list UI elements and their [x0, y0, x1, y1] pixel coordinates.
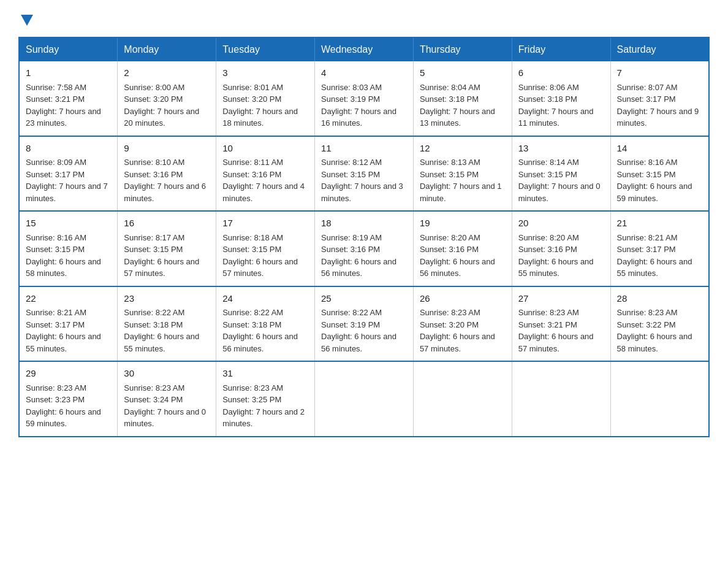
calendar-week-1: 1Sunrise: 7:58 AMSunset: 3:21 PMDaylight…: [19, 61, 709, 136]
page-header: [18, 12, 710, 26]
calendar-cell: 30Sunrise: 8:23 AMSunset: 3:24 PMDayligh…: [118, 361, 216, 437]
day-number: 21: [617, 216, 702, 231]
day-number: 18: [321, 216, 407, 231]
calendar-cell: 11Sunrise: 8:12 AMSunset: 3:15 PMDayligh…: [315, 136, 414, 212]
header-thursday: Thursday: [413, 37, 512, 61]
day-number: 16: [124, 216, 210, 231]
calendar-cell: 4Sunrise: 8:03 AMSunset: 3:19 PMDaylight…: [315, 61, 414, 136]
day-number: 29: [26, 367, 111, 381]
calendar-cell: 17Sunrise: 8:18 AMSunset: 3:15 PMDayligh…: [216, 211, 315, 286]
calendar-header-row: SundayMondayTuesdayWednesdayThursdayFrid…: [19, 37, 709, 61]
header-sunday: Sunday: [19, 37, 118, 61]
calendar-cell: 14Sunrise: 8:16 AMSunset: 3:15 PMDayligh…: [610, 136, 709, 212]
calendar-cell: [315, 361, 414, 437]
calendar-cell: 20Sunrise: 8:20 AMSunset: 3:16 PMDayligh…: [512, 211, 610, 286]
day-number: 30: [124, 367, 210, 381]
day-number: 8: [26, 142, 111, 156]
calendar-table: SundayMondayTuesdayWednesdayThursdayFrid…: [18, 37, 710, 437]
calendar-cell: 18Sunrise: 8:19 AMSunset: 3:16 PMDayligh…: [315, 211, 414, 286]
day-number: 11: [321, 142, 407, 156]
day-number: 7: [617, 66, 702, 80]
day-number: 26: [420, 292, 506, 306]
calendar-week-4: 22Sunrise: 8:21 AMSunset: 3:17 PMDayligh…: [19, 286, 709, 362]
calendar-cell: [413, 361, 512, 437]
day-number: 14: [617, 142, 702, 156]
calendar-cell: 31Sunrise: 8:23 AMSunset: 3:25 PMDayligh…: [216, 361, 315, 437]
calendar-cell: 25Sunrise: 8:22 AMSunset: 3:19 PMDayligh…: [315, 286, 414, 362]
day-number: 28: [617, 292, 702, 306]
calendar-cell: 3Sunrise: 8:01 AMSunset: 3:20 PMDaylight…: [216, 61, 315, 136]
calendar-week-3: 15Sunrise: 8:16 AMSunset: 3:15 PMDayligh…: [19, 211, 709, 286]
calendar-cell: 2Sunrise: 8:00 AMSunset: 3:20 PMDaylight…: [118, 61, 216, 136]
calendar-cell: 6Sunrise: 8:06 AMSunset: 3:18 PMDaylight…: [512, 61, 610, 136]
calendar-cell: 10Sunrise: 8:11 AMSunset: 3:16 PMDayligh…: [216, 136, 315, 212]
calendar-cell: 21Sunrise: 8:21 AMSunset: 3:17 PMDayligh…: [610, 211, 709, 286]
calendar-cell: 12Sunrise: 8:13 AMSunset: 3:15 PMDayligh…: [413, 136, 512, 212]
calendar-cell: 26Sunrise: 8:23 AMSunset: 3:20 PMDayligh…: [413, 286, 512, 362]
header-tuesday: Tuesday: [216, 37, 315, 61]
header-monday: Monday: [118, 37, 216, 61]
calendar-cell: 7Sunrise: 8:07 AMSunset: 3:17 PMDaylight…: [610, 61, 709, 136]
day-number: 9: [124, 142, 210, 156]
day-number: 23: [124, 292, 210, 306]
day-number: 3: [222, 66, 308, 80]
day-number: 31: [222, 367, 308, 381]
calendar-cell: 9Sunrise: 8:10 AMSunset: 3:16 PMDaylight…: [118, 136, 216, 212]
calendar-cell: 28Sunrise: 8:23 AMSunset: 3:22 PMDayligh…: [610, 286, 709, 362]
header-saturday: Saturday: [610, 37, 709, 61]
day-number: 10: [222, 142, 308, 156]
calendar-cell: 22Sunrise: 8:21 AMSunset: 3:17 PMDayligh…: [19, 286, 118, 362]
day-number: 15: [26, 216, 111, 231]
calendar-cell: 5Sunrise: 8:04 AMSunset: 3:18 PMDaylight…: [413, 61, 512, 136]
calendar-cell: [610, 361, 709, 437]
calendar-cell: 24Sunrise: 8:22 AMSunset: 3:18 PMDayligh…: [216, 286, 315, 362]
day-number: 19: [420, 216, 506, 231]
day-number: 13: [518, 142, 604, 156]
day-number: 6: [518, 66, 604, 80]
calendar-cell: 1Sunrise: 7:58 AMSunset: 3:21 PMDaylight…: [19, 61, 118, 136]
day-number: 1: [26, 66, 111, 80]
day-number: 17: [222, 216, 308, 231]
calendar-cell: 16Sunrise: 8:17 AMSunset: 3:15 PMDayligh…: [118, 211, 216, 286]
calendar-cell: 8Sunrise: 8:09 AMSunset: 3:17 PMDaylight…: [19, 136, 118, 212]
calendar-cell: 29Sunrise: 8:23 AMSunset: 3:23 PMDayligh…: [19, 361, 118, 437]
header-friday: Friday: [512, 37, 610, 61]
day-number: 24: [222, 292, 308, 306]
calendar-cell: 27Sunrise: 8:23 AMSunset: 3:21 PMDayligh…: [512, 286, 610, 362]
day-number: 20: [518, 216, 604, 231]
day-number: 22: [26, 292, 111, 306]
header-wednesday: Wednesday: [315, 37, 414, 61]
calendar-cell: [512, 361, 610, 437]
day-number: 5: [420, 66, 506, 80]
calendar-cell: 13Sunrise: 8:14 AMSunset: 3:15 PMDayligh…: [512, 136, 610, 212]
day-number: 2: [124, 66, 210, 80]
logo-triangle-icon: [21, 15, 33, 26]
day-number: 4: [321, 66, 407, 80]
calendar-week-5: 29Sunrise: 8:23 AMSunset: 3:23 PMDayligh…: [19, 361, 709, 437]
calendar-cell: 19Sunrise: 8:20 AMSunset: 3:16 PMDayligh…: [413, 211, 512, 286]
logo: [18, 12, 33, 26]
day-number: 25: [321, 292, 407, 306]
day-number: 27: [518, 292, 604, 306]
calendar-cell: 15Sunrise: 8:16 AMSunset: 3:15 PMDayligh…: [19, 211, 118, 286]
calendar-cell: 23Sunrise: 8:22 AMSunset: 3:18 PMDayligh…: [118, 286, 216, 362]
calendar-week-2: 8Sunrise: 8:09 AMSunset: 3:17 PMDaylight…: [19, 136, 709, 212]
day-number: 12: [420, 142, 506, 156]
